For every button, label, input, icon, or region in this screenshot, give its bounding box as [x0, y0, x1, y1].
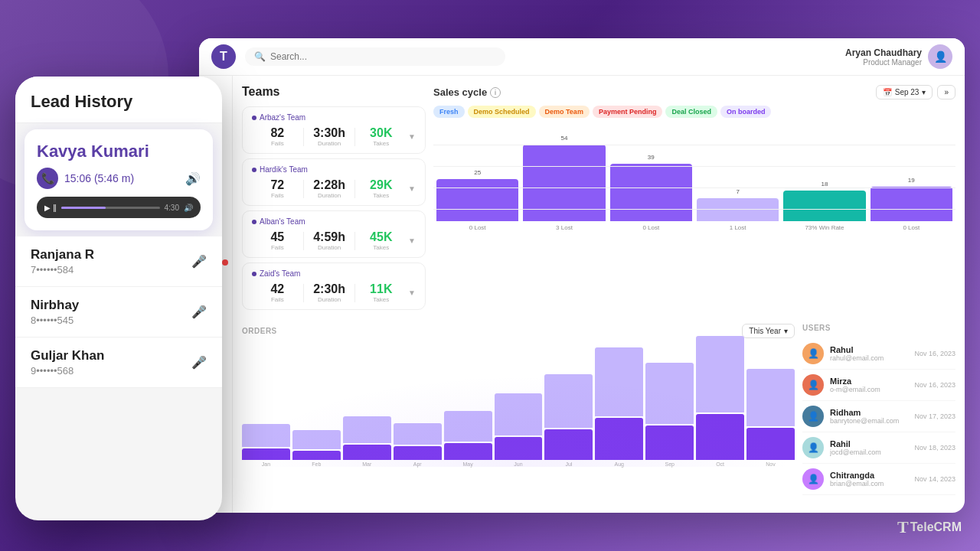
contact-number-2: 9••••••568	[31, 365, 104, 377]
sales-cycle-title: Sales cycle i	[433, 86, 501, 98]
mic-icon-2: 🎤	[191, 355, 207, 370]
team-card-2: Alban's Team 45 Fails 4:59h Du	[242, 210, 426, 258]
audio-progress-bar[interactable]	[61, 207, 160, 209]
status-badge-fresh[interactable]: Fresh	[433, 106, 465, 118]
main-content: Teams Arbaz's Team 82 Fails	[233, 76, 965, 513]
call-time-row: 📞 15:06 (5:46 m) 🔊	[37, 168, 201, 189]
chart-bar-2	[610, 164, 692, 221]
active-call-card: Kavya Kumari 📞 15:06 (5:46 m) 🔊 ▶ ‖ 4:30…	[24, 129, 213, 230]
contact-name-0: Ranjana R	[31, 247, 94, 262]
user-avatar: 👤	[928, 44, 952, 69]
contact-item-0[interactable]: Ranjana R 7••••••584 🎤	[15, 236, 222, 287]
orders-label: ORDERS	[242, 327, 277, 335]
contact-number-1: 8••••••545	[31, 315, 79, 326]
team-dot-3	[252, 272, 256, 276]
expand-button[interactable]: »	[937, 85, 956, 99]
user-row-0[interactable]: 👤 Rahul rahul@email.com Nov 16, 2023	[802, 338, 956, 370]
contact-name-2: Guljar Khan	[31, 348, 104, 364]
user-details-3: Rahil jocd@email.com	[830, 439, 908, 456]
user-avatar-3: 👤	[802, 437, 824, 458]
telecrm-text: TeleCRM	[910, 520, 962, 534]
users-label: USERS	[802, 324, 831, 332]
chevron-down-icon: ▾	[922, 88, 926, 96]
date-filter[interactable]: 📅 Sep 23 ▾	[876, 85, 933, 99]
team-dot-0	[252, 116, 256, 120]
status-badge-deal-closed[interactable]: Deal Closed	[665, 106, 717, 118]
search-input[interactable]	[270, 51, 496, 62]
play-button[interactable]: ▶ ‖	[44, 201, 57, 214]
stat-leads-0: 82 Fails	[252, 126, 303, 147]
volume-icon: 🔊	[185, 171, 201, 186]
audio-progress-fill	[61, 207, 106, 209]
orders-bg-decoration	[242, 375, 795, 467]
team-card-3: Zaid's Team 42 Fails 2:30h Dur	[242, 262, 426, 310]
status-badge-payment-pending[interactable]: Payment Pending	[593, 106, 663, 118]
brand-logo: T	[211, 44, 236, 69]
info-icon: i	[490, 87, 501, 98]
team-dot-2	[252, 220, 256, 224]
chart-bar-3	[697, 198, 779, 221]
team-name-2: Alban's Team	[252, 217, 416, 226]
user-avatar-2: 👤	[802, 406, 824, 427]
user-name: Aryan Chaudhary	[845, 47, 922, 58]
search-bar[interactable]: 🔍	[245, 47, 505, 66]
contact-item-1[interactable]: Nirbhay 8••••••545 🎤	[15, 287, 222, 337]
user-row-2[interactable]: 👤 Ridham banrytone@email.com Nov 17, 202…	[802, 401, 956, 432]
chart-bar-4	[783, 191, 865, 221]
main-container: Lead History Kavya Kumari 📞 15:06 (5:46 …	[0, 0, 980, 551]
user-info: Aryan Chaudhary Product Manager 👤	[845, 44, 952, 69]
users-header: USERS	[802, 324, 956, 332]
search-icon-topbar: 🔍	[254, 51, 266, 62]
contact-info-2: Guljar Khan 9••••••568	[31, 348, 104, 377]
teams-title: Teams	[242, 85, 426, 99]
contact-number-0: 7••••••584	[31, 264, 94, 276]
stat-duration-0: 3:30h Duration	[304, 126, 355, 147]
team-card-0: Arbaz's Team 82 Fails 3:30h Du	[242, 106, 426, 154]
status-badge-demo-team[interactable]: Demo Team	[539, 106, 590, 118]
stat-revenue-0: 30K Takes	[355, 126, 407, 147]
status-badge-onboarded[interactable]: On boarded	[720, 106, 772, 118]
orders-panel: ORDERS This Year ▾ Jan	[242, 324, 795, 504]
chart-group-1: 54 3 Lost	[523, 135, 605, 231]
status-badges: Fresh Demo Scheduled Demo Team Payment P…	[433, 106, 956, 118]
team-card-1: Hardik's Team 72 Fails 2:28h D	[242, 158, 426, 206]
contact-info-0: Ranjana R 7••••••584	[31, 247, 94, 276]
audio-player: ▶ ‖ 4:30 🔊	[37, 197, 201, 218]
team-stats-2: 45 Fails 4:59h Duration 45	[252, 230, 416, 251]
orders-period-filter[interactable]: This Year ▾	[742, 324, 795, 338]
calendar-icon: 📅	[883, 88, 892, 96]
sales-cycle-panel: Sales cycle i 📅 Sep 23 ▾ »	[433, 85, 956, 315]
status-badge-demo-scheduled[interactable]: Demo Scheduled	[468, 106, 536, 118]
chart-group-0: 25 0 Lost	[436, 169, 518, 231]
dashboard-topbar: T 🔍 Aryan Chaudhary Product Manager 👤	[199, 38, 965, 76]
chart-bar-5	[871, 187, 952, 221]
orders-chevron: ▾	[784, 327, 788, 335]
contact-info-1: Nirbhay 8••••••545	[31, 298, 79, 326]
bell-badge	[222, 259, 228, 266]
user-row-3[interactable]: 👤 Rahil jocd@email.com Nov 18, 2023	[802, 432, 956, 464]
user-details-0: Rahul rahul@email.com	[830, 345, 908, 362]
team-stats-0: 82 Fails 3:30h Duration 30	[252, 126, 416, 147]
user-row-4[interactable]: 👤 Chitrangda brian@email.com Nov 14, 202…	[802, 464, 956, 495]
dashboard-body: Teams Arbaz's Team 82 Fails	[199, 76, 965, 513]
team-stats-1: 72 Fails 2:28h Duration 29	[252, 178, 416, 199]
volume-sm-icon: 🔊	[184, 204, 193, 212]
phone-title: Lead History	[31, 92, 207, 112]
orders-chart: Jan Feb Mar	[242, 344, 795, 467]
team-stats-3: 42 Fails 2:30h Duration 11	[252, 282, 416, 303]
user-row-1[interactable]: 👤 Mirza o-m@email.com Nov 16, 2023	[802, 370, 956, 401]
bottom-section: ORDERS This Year ▾ Jan	[233, 324, 965, 513]
contact-item-2[interactable]: Guljar Khan 9••••••568 🎤	[15, 337, 222, 388]
chart-group-3: 7 1 Lost	[697, 188, 779, 231]
top-section: Teams Arbaz's Team 82 Fails	[233, 76, 965, 324]
user-avatar-0: 👤	[802, 343, 824, 364]
caller-name: Kavya Kumari	[37, 142, 201, 161]
phone-header: Lead History	[15, 77, 222, 123]
mic-icon-1: 🎤	[191, 305, 207, 319]
user-role: Product Manager	[845, 58, 922, 67]
chart-bar-0	[436, 179, 518, 221]
team-name-1: Hardik's Team	[252, 165, 416, 174]
user-avatar-4: 👤	[802, 468, 824, 490]
user-details-2: Ridham banrytone@email.com	[830, 408, 908, 425]
call-duration: 15:06 (5:46 m)	[64, 172, 134, 184]
